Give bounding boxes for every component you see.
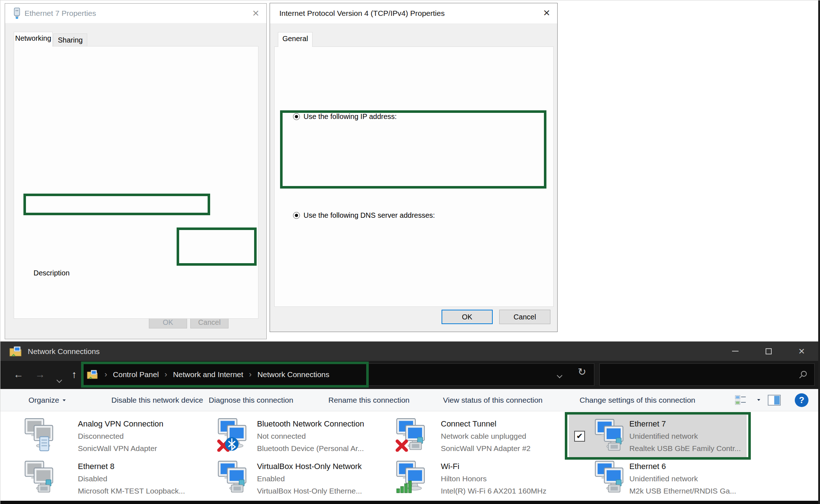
preview-pane-icon[interactable] [767,395,781,406]
search-icon [798,370,808,379]
connection-name[interactable]: Connect Tunnel [441,419,496,429]
connection-status: Not connected [257,432,306,441]
toolbar-diagnose-connection[interactable]: Diagnose this connection [209,389,293,411]
connection-icon-ethernet7 [594,418,630,452]
close-button[interactable]: × [789,341,815,361]
screenshot-canvas: Ethernet 7 Properties × Networking Shari… [0,0,820,504]
ok-button[interactable]: OK [442,310,493,324]
connection-device: VirtualBox Host-Only Etherne... [257,487,362,495]
tab-general[interactable]: General [278,32,313,47]
breadcrumb-separator: › [165,370,167,379]
connection-name[interactable]: Wi-Fi [441,462,459,471]
ethernet-properties-dialog: Ethernet 7 Properties × Networking Shari… [5,3,267,339]
address-bar[interactable]: › Control Panel › Network and Internet ›… [81,363,594,386]
window-title: Network Connections [28,347,100,356]
connection-status: Network cable unplugged [441,432,526,441]
connection-device: SonicWall VPN Adapter #2 [441,444,531,453]
toolbar-disable-device[interactable]: Disable this network device [111,389,203,411]
ethernet-dialog-titlebar: Ethernet 7 Properties × [5,4,266,23]
screenshot-right-edge [818,0,820,504]
toolbar-change-settings[interactable]: Change settings of this connection [580,389,695,411]
network-connections-window: Network Connections × ← → ↑ › Control Pa… [0,341,820,504]
maximize-button[interactable] [755,341,781,361]
connection-icon-ethernet8 [23,460,59,494]
selected-checkbox[interactable]: ✔ [574,431,585,442]
help-button[interactable]: ? [795,393,808,407]
radio-use-dns-row: Use the following DNS server addresses: [290,211,438,220]
back-icon[interactable]: ← [13,369,23,380]
connection-device: Microsoft KM-TEST Loopback... [78,487,185,495]
cancel-button[interactable]: Cancel [499,310,550,324]
view-options-icon[interactable] [735,395,747,406]
dialog-title: Internet Protocol Version 4 (TCP/IPv4) P… [279,9,445,18]
forward-icon[interactable]: → [35,369,45,380]
connection-icon-tunnel [395,417,431,452]
connection-icon-ethernet6 [594,460,630,494]
connection-status: Enabled [257,474,285,483]
dialog-title: Ethernet 7 Properties [25,9,96,18]
screenshot-bottom-edge [0,501,820,504]
connection-name[interactable]: VirtualBox Host-Only Network [257,462,362,471]
close-icon[interactable]: × [543,5,550,20]
connection-status: Unidentified network [629,474,698,483]
general-tab-page [274,47,554,307]
folder-network-icon [87,370,99,380]
breadcrumb-control-panel[interactable]: Control Panel [113,370,159,379]
toolbar-rename-connection[interactable]: Rename this connection [328,389,409,411]
connection-icon-wifi [395,460,431,494]
radio-use-ip-label: Use the following IP address: [303,112,397,121]
radio-use-dns-label: Use the following DNS server addresses: [303,211,435,220]
networking-tab-page [14,46,258,319]
connection-name[interactable]: Ethernet 7 [629,419,666,429]
connection-device: Bluetooth Device (Personal Ar... [257,444,364,453]
connection-status: Unidentified network [629,432,698,441]
minimize-button[interactable] [722,341,748,361]
breadcrumb-separator: › [105,370,107,379]
breadcrumb-network-connections[interactable]: Network Connections [257,370,329,379]
connection-status: Disabled [78,474,107,483]
connection-status: Disconnected [78,432,124,441]
radio-use-ip-row: Use the following IP address: [290,112,400,121]
ipv4-properties-dialog: Internet Protocol Version 4 (TCP/IPv4) P… [270,3,558,332]
connection-device: Intel(R) Wi-Fi 6 AX201 160MHz [441,487,546,495]
up-icon[interactable]: ↑ [72,369,77,380]
toolbar-view-status[interactable]: View status of this connection [443,389,542,411]
connection-icon-vpn [23,417,59,452]
radio-use-dns[interactable] [293,212,300,219]
connection-icon-virtualbox [217,460,253,494]
tab-networking[interactable]: Networking [14,32,53,47]
connection-name[interactable]: Ethernet 8 [78,462,115,471]
recent-pages-chevron-icon[interactable] [57,373,61,385]
connection-device: M2k USB Ethernet/RNDIS Ga... [629,487,736,495]
network-plug-icon [12,8,22,19]
breadcrumb-separator: › [249,370,252,379]
dropdown-caret-icon [63,399,66,401]
connection-device: Realtek USB GbE Family Contr... [629,444,741,453]
search-box[interactable] [599,363,815,386]
navigation-bar: ← → ↑ › Control Panel › Network and Inte… [0,361,820,389]
connection-name[interactable]: Ethernet 6 [629,462,666,471]
close-icon[interactable]: × [252,6,259,20]
network-window-titlebar: Network Connections [0,341,820,361]
command-toolbar: Organize Disable this network device Dia… [0,389,820,411]
breadcrumb-network-and-internet[interactable]: Network and Internet [173,370,243,379]
connection-device: SonicWall VPN Adapter [78,444,157,453]
network-connections-icon [9,346,23,357]
tab-sharing[interactable]: Sharing [53,34,87,47]
connection-status: Hilton Honors [441,474,487,483]
address-dropdown-chevron-icon[interactable] [558,372,562,379]
ipv4-dialog-titlebar: Internet Protocol Version 4 (TCP/IPv4) P… [270,3,557,23]
connection-name[interactable]: Analog VPN Connection [78,419,163,429]
connection-icon-bluetooth [217,417,253,452]
view-options-caret-icon[interactable] [757,399,760,401]
radio-use-ip[interactable] [293,113,300,120]
refresh-icon[interactable]: ↻ [578,366,586,378]
organize-menu[interactable]: Organize [28,389,66,411]
description-label: Description [31,269,72,277]
connection-name[interactable]: Bluetooth Network Connection [257,419,364,429]
